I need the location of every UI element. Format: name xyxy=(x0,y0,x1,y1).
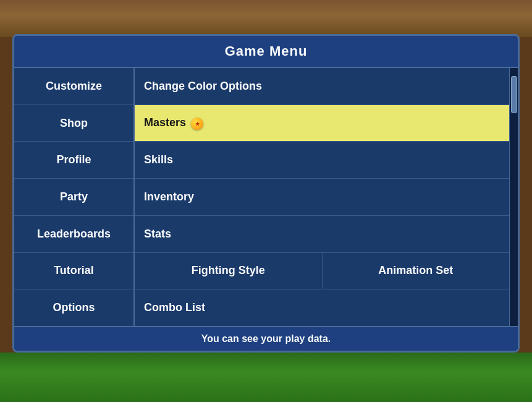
right-content: Change Color Options Masters Skills Inve… xyxy=(135,68,509,326)
dragon-ball-icon xyxy=(191,118,203,130)
nav-item-profile[interactable]: Profile xyxy=(14,142,133,179)
nav-item-tutorial[interactable]: Tutorial xyxy=(14,253,133,290)
animation-set-button[interactable]: Animation Set xyxy=(323,253,510,289)
nav-item-party[interactable]: Party xyxy=(14,179,133,216)
inventory-label: Inventory xyxy=(144,190,500,203)
content-row-stats[interactable]: Stats xyxy=(135,216,509,253)
menu-body: Customize Shop Profile Party Leaderboard… xyxy=(14,68,518,326)
content-row-masters[interactable]: Masters xyxy=(135,105,509,142)
left-nav: Customize Shop Profile Party Leaderboard… xyxy=(14,68,135,326)
status-bar: You can see your play data. xyxy=(14,326,518,351)
background-top xyxy=(0,0,532,37)
content-row-combo-list[interactable]: Combo List xyxy=(135,289,509,326)
game-menu: Game Menu Customize Shop Profile Party L… xyxy=(12,34,520,353)
fighting-style-button[interactable]: Fighting Style xyxy=(135,253,323,289)
content-row-inventory[interactable]: Inventory xyxy=(135,179,509,216)
skills-label: Skills xyxy=(144,153,500,166)
content-row-fighting-animation: Fighting Style Animation Set xyxy=(135,253,509,290)
scrollbar[interactable] xyxy=(509,68,518,326)
change-color-label: Change Color Options xyxy=(144,80,500,93)
background-bottom xyxy=(0,353,532,402)
stats-label: Stats xyxy=(144,228,500,241)
masters-label: Masters xyxy=(144,116,500,129)
combo-list-label: Combo List xyxy=(144,301,500,314)
nav-item-shop[interactable]: Shop xyxy=(14,105,133,142)
nav-item-options[interactable]: Options xyxy=(14,289,133,326)
nav-item-leaderboards[interactable]: Leaderboards xyxy=(14,216,133,253)
scrollbar-thumb[interactable] xyxy=(511,76,517,113)
content-row-skills[interactable]: Skills xyxy=(135,142,509,179)
nav-item-customize[interactable]: Customize xyxy=(14,68,133,105)
content-row-change-color[interactable]: Change Color Options xyxy=(135,68,509,105)
menu-title: Game Menu xyxy=(14,36,518,68)
